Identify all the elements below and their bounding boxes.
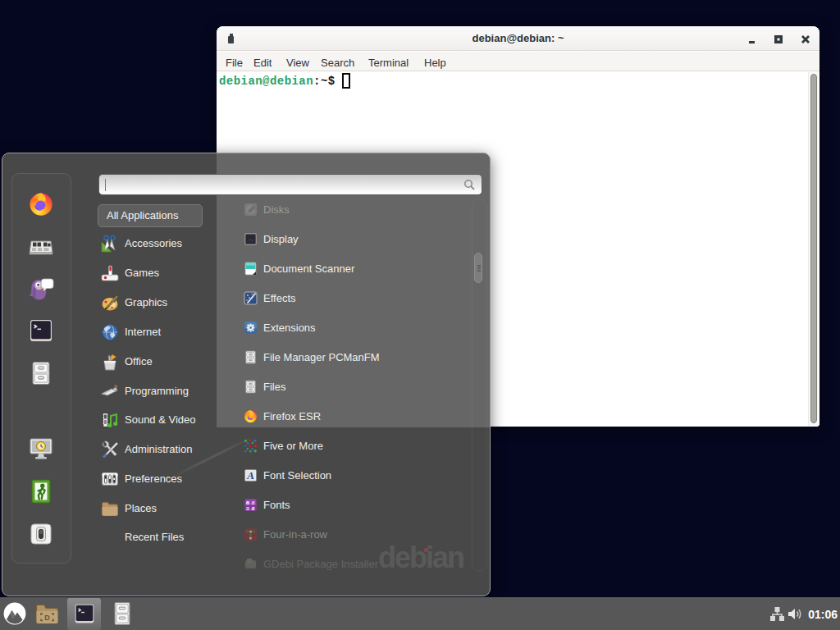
svg-text:A: A	[246, 469, 254, 482]
svg-text:a: a	[252, 505, 255, 511]
svg-text:a: a	[246, 505, 249, 511]
svg-text:D: D	[44, 614, 50, 622]
